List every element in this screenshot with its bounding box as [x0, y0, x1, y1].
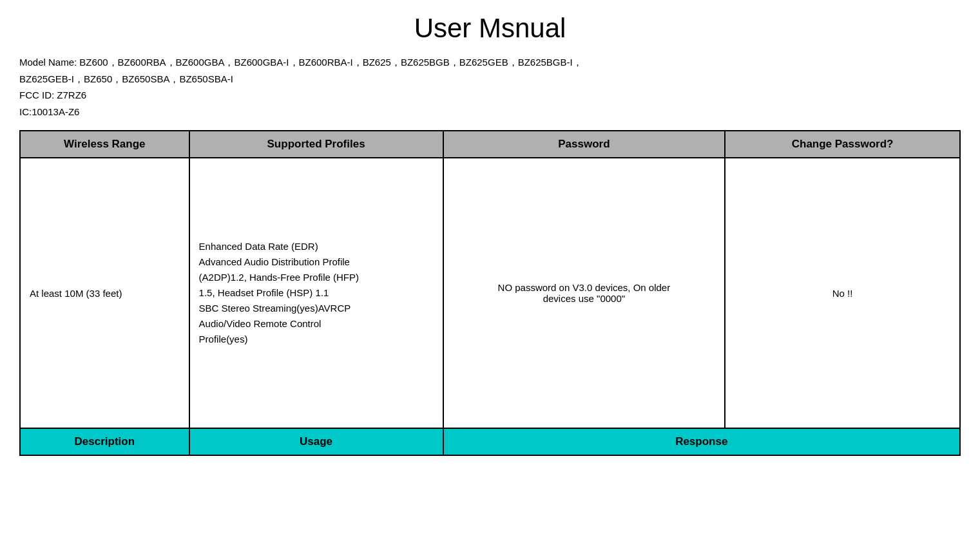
table-bottom-header-row: Description Usage Response	[20, 428, 960, 455]
change-password-value: No !!	[725, 158, 960, 428]
wireless-range-value: At least 10M (33 feet)	[20, 158, 189, 428]
password-line1: NO password on V3.0 devices, On older	[498, 282, 671, 293]
password-value: NO password on V3.0 devices, On older de…	[443, 158, 725, 428]
model-name-line2: BZ625GEB-I，BZ650，BZ650SBA，BZ650SBA-I	[19, 71, 961, 88]
bottom-header-usage: Usage	[189, 428, 443, 455]
page-title: User Msnual	[19, 13, 961, 44]
ic-id: IC:10013A-Z6	[19, 104, 961, 120]
table-header-row: Wireless Range Supported Profiles Passwo…	[20, 131, 960, 158]
header-password: Password	[443, 131, 725, 158]
table-data-row: At least 10M (33 feet) Enhanced Data Rat…	[20, 158, 960, 428]
password-line2: devices use "0000"	[543, 293, 625, 304]
bottom-header-description: Description	[20, 428, 189, 455]
header-change-password: Change Password?	[725, 131, 960, 158]
fcc-id: FCC ID: Z7RZ6	[19, 87, 961, 104]
header-wireless: Wireless Range	[20, 131, 189, 158]
specs-table: Wireless Range Supported Profiles Passwo…	[19, 130, 961, 456]
profiles-value: Enhanced Data Rate (EDR) Advanced Audio …	[189, 158, 443, 428]
bottom-header-response: Response	[443, 428, 960, 455]
profiles-text: Enhanced Data Rate (EDR) Advanced Audio …	[199, 239, 434, 347]
model-name-line1: Model Name: BZ600，BZ600RBA，BZ600GBA，BZ60…	[19, 54, 961, 71]
header-profiles: Supported Profiles	[189, 131, 443, 158]
